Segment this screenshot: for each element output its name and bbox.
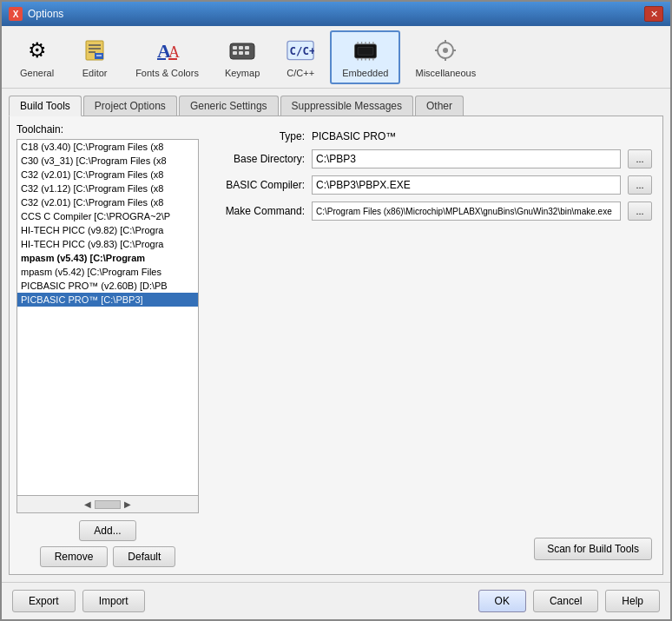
list-item[interactable]: PICBASIC PRO™ (v2.60B) [D:\PB [17, 279, 198, 293]
export-button[interactable]: Export [12, 590, 76, 612]
toolbar-item-cpp[interactable]: C/C++ C/C++ [274, 30, 326, 84]
editor-icon [81, 36, 109, 64]
title-bar: X Options ✕ [2, 2, 670, 26]
toolbar-label-embedded: Embedded [342, 68, 388, 78]
base-dir-input[interactable] [312, 149, 621, 168]
svg-rect-15 [239, 51, 243, 55]
options-window: X Options ✕ ⚙ General Edi [0, 0, 672, 621]
svg-rect-20 [358, 47, 373, 55]
cancel-button[interactable]: Cancel [533, 590, 598, 612]
make-command-browse-button[interactable]: ... [628, 201, 652, 221]
toolbar-item-keymap[interactable]: Keymap [214, 30, 271, 84]
help-button[interactable]: Help [605, 590, 660, 612]
basic-compiler-label: BASIC Compiler: [209, 179, 305, 191]
ok-button[interactable]: OK [478, 590, 526, 612]
tab-other[interactable]: Other [415, 96, 464, 116]
footer: Export Import OK Cancel Help [2, 582, 670, 619]
base-dir-browse-button[interactable]: ... [628, 149, 652, 168]
list-item[interactable]: C30 (v3_31) [C:\Program Files (x8 [17, 154, 198, 168]
tab-project-options[interactable]: Project Options [83, 96, 177, 116]
fonts-colors-icon: A A [154, 36, 181, 64]
make-command-input[interactable] [312, 201, 621, 221]
list-item[interactable]: mpasm (v5.43) [C:\Program [17, 251, 198, 265]
list-item[interactable]: mpasm (v5.42) [C:\Program Files [17, 265, 198, 279]
left-panel: Toolchain: C18 (v3.40) [C:\Program Files… [16, 123, 199, 567]
toolbar-label-miscellaneous: Miscellaneous [415, 68, 476, 78]
svg-text:C/C++: C/C++ [290, 44, 314, 57]
title-bar-controls: ✕ [644, 6, 663, 22]
content-area: Build Tools Project Options Generic Sett… [2, 89, 670, 582]
add-button[interactable]: Add... [79, 520, 135, 541]
list-item[interactable]: HI-TECH PICC (v9.82) [C:\Progra [17, 223, 198, 237]
tab-suppressible-messages[interactable]: Suppressible Messages [280, 96, 413, 116]
toolbar-item-miscellaneous[interactable]: Miscellaneous [404, 30, 487, 84]
remove-default-row: Remove Default [16, 546, 199, 567]
right-panel: Type: PICBASIC PRO™ Base Directory: ... … [206, 123, 656, 567]
scan-for-build-tools-button[interactable]: Scan for Build Tools [534, 538, 652, 560]
list-item[interactable]: C32 (v2.01) [C:\Program Files (x8 [17, 168, 198, 182]
basic-compiler-browse-button[interactable]: ... [628, 175, 652, 195]
toolbar-label-keymap: Keymap [225, 68, 260, 78]
make-command-label: Make Command: [209, 205, 305, 217]
basic-compiler-input[interactable] [312, 175, 621, 195]
toolbar-item-embedded[interactable]: Embedded [330, 30, 400, 84]
toolchain-label: Toolchain: [16, 123, 199, 135]
make-command-field-row: Make Command: ... [209, 201, 652, 221]
add-btn-row: Add... [16, 520, 199, 541]
tabs: Build Tools Project Options Generic Sett… [9, 96, 663, 116]
tab-build-tools[interactable]: Build Tools [9, 96, 82, 116]
toolbar-label-editor: Editor [82, 68, 108, 78]
svg-rect-11 [233, 46, 237, 50]
toolbar: ⚙ General Editor A A [2, 26, 670, 89]
type-label: Type: [209, 130, 305, 142]
basic-compiler-field-row: BASIC Compiler: ... [209, 175, 652, 195]
list-item[interactable]: HI-TECH PICC (v9.83) [C:\Progra [17, 237, 198, 251]
left-buttons: Add... Remove Default [16, 520, 199, 567]
list-item-selected[interactable]: PICBASIC PRO™ [C:\PBP3] [17, 293, 198, 307]
close-button[interactable]: ✕ [644, 6, 663, 22]
svg-rect-16 [245, 51, 249, 55]
scroll-left-icon[interactable]: ◀ [84, 499, 91, 509]
toolbar-label-general: General [20, 68, 54, 78]
window-icon: X [9, 7, 23, 21]
list-item[interactable]: C32 (v1.12) [C:\Program Files (x8 [17, 182, 198, 195]
toolbar-label-cpp: C/C++ [287, 68, 314, 78]
type-value: PICBASIC PRO™ [312, 130, 396, 142]
base-dir-label: Base Directory: [209, 153, 305, 165]
remove-button[interactable]: Remove [40, 546, 109, 567]
svg-point-32 [443, 48, 448, 53]
window-title: Options [28, 8, 63, 20]
scroll-thumb [95, 500, 121, 509]
title-bar-left: X Options [9, 7, 63, 21]
footer-right: OK Cancel Help [478, 590, 660, 612]
cpp-icon: C/C++ [287, 36, 314, 64]
base-dir-field-row: Base Directory: ... [209, 149, 652, 168]
svg-rect-12 [239, 46, 243, 50]
svg-rect-13 [245, 46, 249, 50]
tab-content: Toolchain: C18 (v3.40) [C:\Program Files… [9, 116, 663, 575]
footer-left: Export Import [12, 590, 145, 612]
toolbar-item-editor[interactable]: Editor [69, 30, 121, 84]
list-item[interactable]: CCS C Compiler [C:\PROGRA~2\P [17, 209, 198, 223]
embedded-icon [352, 36, 379, 64]
scroll-right-icon[interactable]: ▶ [124, 499, 131, 509]
keymap-icon [228, 36, 256, 64]
tab-generic-settings[interactable]: Generic Settings [179, 96, 279, 116]
toolchain-list[interactable]: C18 (v3.40) [C:\Program Files (x8 C30 (v… [16, 139, 199, 496]
list-item[interactable]: C32 (v2.01) [C:\Program Files (x8 [17, 195, 198, 209]
type-field-row: Type: PICBASIC PRO™ [209, 130, 652, 142]
toolbar-item-fonts-colors[interactable]: A A Fonts & Colors [124, 30, 210, 84]
toolbar-label-fonts-colors: Fonts & Colors [135, 68, 199, 78]
list-item[interactable]: C18 (v3.40) [C:\Program Files (x8 [17, 140, 198, 154]
default-button[interactable]: Default [113, 546, 175, 567]
general-icon: ⚙ [23, 36, 51, 64]
import-button[interactable]: Import [82, 590, 145, 612]
svg-rect-14 [233, 51, 237, 55]
miscellaneous-icon [432, 36, 459, 64]
toolbar-item-general[interactable]: ⚙ General [9, 30, 65, 84]
